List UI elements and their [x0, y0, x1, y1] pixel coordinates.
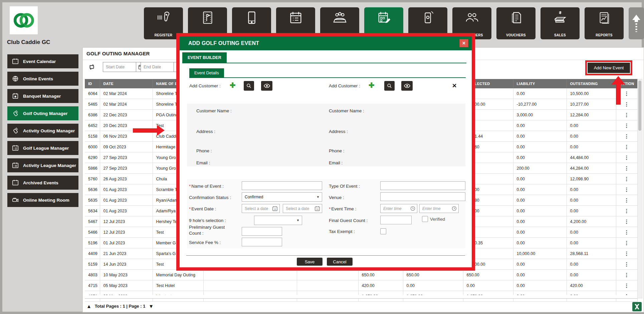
clear-customer-button[interactable]: ✕	[452, 82, 457, 89]
event-end-date-input[interactable]: Select a date 14	[283, 204, 322, 213]
venue-input[interactable]	[380, 192, 465, 201]
page-up-button[interactable]: ▲	[86, 303, 91, 309]
row-actions-button[interactable]: ⋮	[616, 248, 637, 259]
cell-liability: 3,000.00	[513, 110, 567, 120]
calendar-14-icon[interactable]: 14	[314, 206, 320, 212]
row-actions-button[interactable]: ⋮	[616, 184, 637, 195]
cell-outstanding: 0.00	[567, 184, 616, 195]
sidebar-item-activity-league-manager[interactable]: Activity League Manager	[7, 158, 78, 172]
preliminary-guest-count-input[interactable]	[242, 227, 282, 236]
table-scrollbar-thumb[interactable]	[638, 81, 641, 131]
video-camera-icon	[12, 196, 19, 204]
page-down-button[interactable]: ▼	[149, 303, 154, 309]
sidebar-item-label: Golf Outing Manager	[23, 111, 68, 116]
nine-holes-select[interactable]: ▼	[254, 216, 302, 225]
sidebar-item-golf-outing-manager[interactable]: Golf Outing Manager	[7, 106, 78, 120]
event-start-date-input[interactable]: Select a date 14	[242, 204, 280, 213]
row-actions-button[interactable]: ⋮	[616, 280, 637, 291]
vouchers-icon	[508, 10, 524, 27]
cell-collected: 0.00	[463, 280, 513, 291]
search-customer-button-2[interactable]	[384, 81, 395, 91]
clock-icon[interactable]	[452, 206, 457, 212]
sidebar-item-activity-outing-manager[interactable]: Activity Outing Manager	[7, 124, 78, 138]
event-end-time-input[interactable]: Enter time	[419, 204, 459, 213]
chevron-down-icon: ▼	[316, 195, 319, 199]
cell-date: 26 Aug 2023	[100, 174, 153, 184]
cell-date: 14 Jun 2023	[100, 259, 153, 270]
cell-id: 4715	[85, 280, 100, 291]
service-fee-input[interactable]	[242, 238, 282, 246]
customer-email-label-1: Email :	[196, 160, 210, 165]
club-caddie-logo-icon	[12, 8, 36, 32]
refresh-button[interactable]	[87, 63, 97, 72]
cell-date: 22 Dec 2023	[100, 110, 153, 120]
row-actions-button[interactable]: ⋮	[616, 216, 637, 227]
verified-checkbox[interactable]	[422, 216, 428, 222]
name-of-event-input[interactable]	[242, 181, 322, 190]
row-actions-button[interactable]: ⋮	[616, 131, 637, 142]
start-date-input[interactable]: Start Date	[103, 65, 136, 69]
sidebar-item-event-calendar[interactable]: Event Calendar	[7, 54, 78, 68]
required-mark: *	[329, 206, 331, 211]
toolbar-tile-sales[interactable]: SALES	[541, 7, 580, 39]
confirmation-status-select[interactable]: Confirmed ▼	[242, 192, 322, 202]
row-actions-button[interactable]: ⋮	[616, 152, 637, 163]
dialog-header: ADD GOLF OUTING EVENT	[180, 36, 472, 50]
annotation-arrow-right	[133, 125, 165, 136]
tab-event-details[interactable]: Event Details	[189, 68, 224, 77]
row-actions-button[interactable]: ⋮	[616, 259, 637, 270]
cell-liability: 0.00	[513, 238, 567, 248]
toolbar-tile-label: REPORTS	[585, 33, 624, 37]
view-customer-button-1[interactable]	[261, 81, 272, 91]
row-actions-button[interactable]: ⋮	[616, 270, 637, 280]
search-customer-button-1[interactable]	[244, 81, 254, 91]
row-actions-button[interactable]: ⋮	[616, 206, 637, 216]
globe-icon	[12, 75, 19, 82]
events-icon	[376, 10, 392, 27]
sidebar-item-archived-events[interactable]: Archived Events	[7, 176, 78, 190]
verified-label: Verified	[430, 217, 445, 222]
row-actions-button[interactable]: ⋮	[616, 238, 637, 248]
row-actions-button[interactable]: ⋮	[616, 120, 637, 131]
cell-liability: 0.00	[513, 280, 567, 291]
sidebar-item-banquet-manager[interactable]: Banquet Manager	[7, 89, 78, 103]
scroll-top-button[interactable]	[629, 7, 644, 39]
export-excel-button[interactable]	[632, 302, 642, 312]
toolbar-tile-reports[interactable]: REPORTS	[585, 7, 624, 39]
row-actions-button[interactable]: ⋮	[616, 227, 637, 238]
event-start-time-input[interactable]: Enter time	[380, 204, 417, 213]
type-of-event-input[interactable]	[380, 181, 465, 190]
page-title: GOLF OUTING MANAGER	[86, 51, 150, 56]
save-button[interactable]: Save	[297, 258, 323, 266]
toolbar-tile-label: VOUCHERS	[496, 33, 535, 37]
tax-exempt-checkbox[interactable]	[380, 228, 386, 234]
sidebar-item-online-meeting-room[interactable]: Online Meeting Room	[7, 193, 78, 207]
row-actions-button[interactable]: ⋮	[616, 174, 637, 184]
tab-event-builder[interactable]: EVENT BUILDER	[182, 52, 227, 63]
calendar-14-icon[interactable]: 14	[272, 206, 278, 212]
cell-liability: 0.00	[513, 206, 567, 216]
final-guest-count-input[interactable]	[380, 216, 412, 224]
sidebar-item-golf-league-manager[interactable]: Golf League Manager	[7, 141, 78, 155]
add-customer-label-1: Add Customer :	[189, 83, 221, 88]
toolbar-tile-vouchers[interactable]: VOUCHERS	[496, 7, 535, 39]
clock-icon[interactable]	[410, 206, 415, 212]
cell-liability: 200.00	[513, 163, 567, 174]
cell-liability: 0.00	[513, 270, 567, 280]
sidebar-item-online-events[interactable]: Online Events	[7, 72, 78, 86]
chevron-down-icon: ▼	[296, 219, 299, 222]
cancel-button[interactable]: Cancel	[327, 258, 353, 266]
dialog-close-button[interactable]: ✕	[459, 39, 468, 47]
cell-total: 420.00	[358, 280, 403, 291]
end-date-input[interactable]: End Date	[141, 65, 174, 69]
add-customer-plus-button-2[interactable]: ✚	[369, 82, 375, 89]
row-actions-button[interactable]: ⋮	[616, 195, 637, 206]
register-icon	[156, 10, 171, 27]
row-actions-button[interactable]: ⋮	[616, 110, 637, 120]
view-customer-button-2[interactable]	[401, 81, 413, 91]
svg-text:14: 14	[316, 208, 319, 210]
table-scrollbar[interactable]	[637, 79, 642, 298]
row-actions-button[interactable]: ⋮	[616, 163, 637, 174]
add-customer-plus-button-1[interactable]: ✚	[230, 82, 236, 89]
row-actions-button[interactable]: ⋮	[616, 142, 637, 152]
